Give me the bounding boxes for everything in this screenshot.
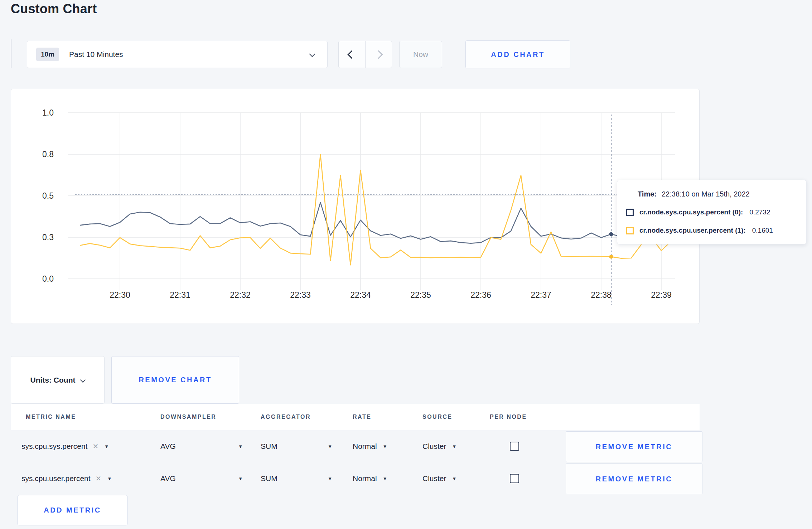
per-node-checkbox[interactable] bbox=[510, 442, 519, 451]
header-source: SOURCE bbox=[422, 404, 452, 430]
next-time-button[interactable] bbox=[366, 41, 392, 68]
remove-metric-button[interactable]: REMOVE METRIC bbox=[566, 464, 702, 494]
tooltip-time: Time:22:38:10 on Mar 15th, 2022 bbox=[638, 190, 750, 198]
add-metric-button[interactable]: ADD METRIC bbox=[17, 495, 128, 525]
tooltip-series-sys: cr.node.sys.cpu.sys.percent (0): 0.2732 bbox=[626, 208, 770, 216]
per-node-checkbox[interactable] bbox=[510, 474, 519, 483]
remove-chart-button[interactable]: REMOVE CHART bbox=[111, 356, 239, 404]
metric-name-select[interactable]: sys.cpu.sys.percent ✕ ▼ bbox=[21, 430, 109, 462]
sys-series-swatch-icon bbox=[626, 209, 634, 216]
dropdown-caret-icon: ▼ bbox=[238, 444, 243, 449]
page-title: Custom Chart bbox=[11, 1, 97, 16]
prev-time-button[interactable] bbox=[339, 41, 366, 68]
source-value: Cluster bbox=[422, 474, 446, 483]
tooltip-time-label: Time: bbox=[638, 190, 657, 198]
source-select[interactable]: Cluster ▼ bbox=[422, 462, 456, 495]
time-range-badge: 10m bbox=[36, 48, 59, 61]
tooltip-time-value: 22:38:10 on Mar 15th, 2022 bbox=[662, 190, 750, 198]
rate-select[interactable]: Normal ▼ bbox=[353, 462, 387, 495]
downsampler-select[interactable]: AVG ▼ bbox=[160, 462, 243, 495]
rate-value: Normal bbox=[353, 474, 377, 483]
time-range-dropdown[interactable]: 10m Past 10 Minutes bbox=[27, 41, 328, 68]
aggregator-value: SUM bbox=[261, 442, 277, 451]
header-per-node: PER NODE bbox=[490, 404, 527, 430]
tooltip-series-user: cr.node.sys.cpu.user.percent (1): 0.1601 bbox=[626, 227, 773, 234]
toolbar-divider bbox=[11, 39, 11, 68]
dropdown-caret-icon: ▼ bbox=[452, 476, 457, 481]
units-label: Units: Count bbox=[30, 376, 76, 384]
tooltip-sys-value: 0.2732 bbox=[749, 208, 770, 216]
aggregator-select[interactable]: SUM ▼ bbox=[261, 430, 332, 462]
per-node-cell bbox=[510, 430, 519, 462]
dropdown-caret-icon: ▼ bbox=[452, 444, 457, 449]
dropdown-caret-icon[interactable]: ▼ bbox=[104, 444, 109, 449]
time-pager bbox=[338, 41, 392, 68]
chart-panel[interactable] bbox=[11, 89, 700, 324]
downsampler-select[interactable]: AVG ▼ bbox=[160, 430, 243, 462]
source-select[interactable]: Cluster ▼ bbox=[422, 430, 456, 462]
metric-name-select[interactable]: sys.cpu.user.percent ✕ ▼ bbox=[21, 462, 112, 495]
metric-name-text: sys.cpu.sys.percent bbox=[21, 442, 87, 451]
rate-value: Normal bbox=[353, 442, 377, 451]
clear-metric-icon[interactable]: ✕ bbox=[92, 442, 98, 451]
dropdown-caret-icon: ▼ bbox=[383, 476, 387, 481]
remove-metric-button[interactable]: REMOVE METRIC bbox=[566, 431, 702, 462]
tooltip-sys-label: cr.node.sys.cpu.sys.percent (0): bbox=[639, 208, 743, 216]
dropdown-caret-icon: ▼ bbox=[238, 476, 243, 481]
header-rate: RATE bbox=[353, 404, 371, 430]
add-chart-button[interactable]: ADD CHART bbox=[465, 40, 570, 68]
metrics-table-header: METRIC NAME DOWNSAMPLER AGGREGATOR RATE … bbox=[11, 404, 700, 430]
downsampler-value: AVG bbox=[160, 442, 176, 451]
source-value: Cluster bbox=[422, 442, 446, 451]
user-series-swatch-icon bbox=[626, 227, 634, 234]
per-node-cell bbox=[510, 462, 519, 495]
metric-name-text: sys.cpu.user.percent bbox=[21, 474, 91, 483]
now-button[interactable]: Now bbox=[399, 41, 442, 68]
chevron-left-icon bbox=[348, 50, 356, 59]
header-aggregator: AGGREGATOR bbox=[261, 404, 311, 430]
clear-metric-icon[interactable]: ✕ bbox=[96, 474, 102, 483]
tooltip-user-label: cr.node.sys.cpu.user.percent (1): bbox=[639, 227, 746, 234]
chevron-right-icon bbox=[374, 50, 383, 59]
custom-chart-page: Custom Chart 10m Past 10 Minutes Now ADD… bbox=[0, 0, 812, 529]
dropdown-caret-icon[interactable]: ▼ bbox=[107, 476, 112, 481]
header-metric-name: METRIC NAME bbox=[26, 404, 76, 430]
downsampler-value: AVG bbox=[160, 474, 176, 483]
dropdown-caret-icon: ▼ bbox=[328, 444, 332, 449]
dropdown-caret-icon: ▼ bbox=[383, 444, 387, 449]
time-range-label: Past 10 Minutes bbox=[69, 50, 123, 59]
chevron-down-icon bbox=[309, 51, 315, 57]
tooltip-user-value: 0.1601 bbox=[752, 227, 773, 234]
rate-select[interactable]: Normal ▼ bbox=[353, 430, 387, 462]
header-downsampler: DOWNSAMPLER bbox=[160, 404, 216, 430]
aggregator-select[interactable]: SUM ▼ bbox=[261, 462, 332, 495]
aggregator-value: SUM bbox=[261, 474, 277, 483]
chart-tooltip: Time:22:38:10 on Mar 15th, 2022 cr.node.… bbox=[617, 180, 807, 244]
dropdown-caret-icon: ▼ bbox=[328, 476, 332, 481]
chevron-down-icon bbox=[80, 377, 86, 383]
units-dropdown[interactable]: Units: Count bbox=[11, 356, 105, 404]
